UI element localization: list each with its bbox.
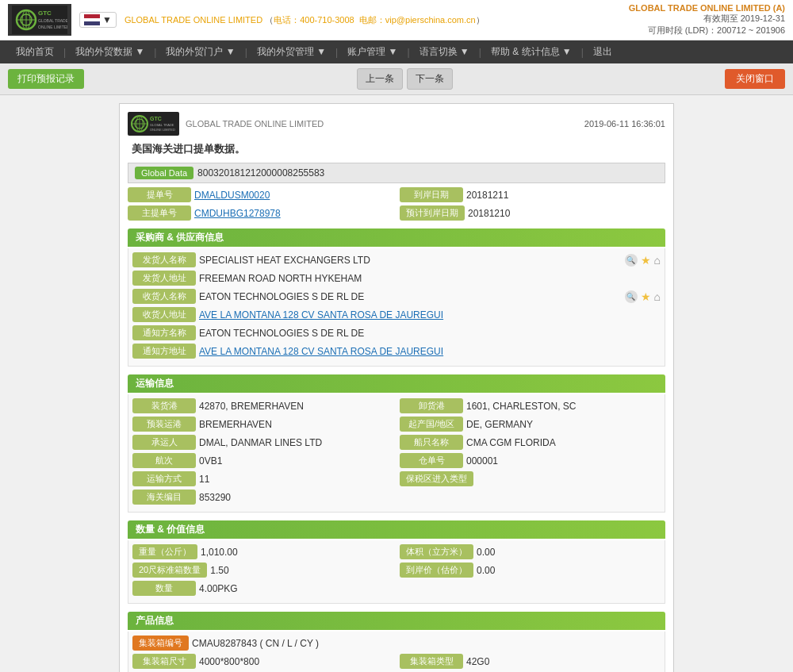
origin-value: DE, GERMANY [466,419,533,430]
weight-field: 重量（公斤） 1,010.00 [132,544,393,559]
card-logo-area: GTC GLOBAL TRADE ONLINE LIMITED GLOBAL T… [128,112,324,136]
voyage-label: 航次 [132,453,196,468]
vessel-field: 船只名称 CMA CGM FLORIDA [400,435,661,450]
arrival-date-value: 20181211 [466,190,508,201]
bill-no-field: 提单号 DMALDUSM0020 [128,187,393,202]
flag-dropdown-icon: ▼ [102,14,112,25]
global-data-section: Global Data 800320181212000008255583 提单号… [128,163,665,221]
top-prev-button[interactable]: 上一条 [357,68,403,90]
shipper-addr-value: FREEMAN ROAD NORTH HYKEHAM [199,273,661,284]
tariff-value: 853290 [199,492,231,503]
buyer-supplier-body: 发货人名称 SPECIALIST HEAT EXCHANGERS LTD 🔍 ★… [128,248,665,367]
nav-help[interactable]: 帮助 & 统计信息 ▼ [483,40,580,63]
qty-row: 数量 4.00PKG [132,581,661,596]
loading-port-field: 装货港 42870, BREMERHAVEN [132,398,393,413]
container-no-row: 集装箱编号 CMAU8287843 ( CN / L / CY ) [132,636,661,651]
bill-row: 提单号 DMALDUSM0020 到岸日期 20181211 [128,187,665,202]
svg-text:ONLINE LIMITED: ONLINE LIMITED [150,128,175,132]
user-validity: 有效期至 2019-12-31 [629,13,785,25]
top-close-button[interactable]: 关闭窗口 [725,69,785,89]
consignee-actions: 🔍 ★ ⌂ [625,290,661,303]
action-bar-center: 上一条 下一条 [357,68,453,90]
container-size-value: 4000*800*800 [199,656,259,667]
global-data-label: Global Data [135,167,193,179]
notify-addr-value[interactable]: AVE LA MONTANA 128 CV SANTA ROSA DE JAUR… [199,346,661,357]
notify-addr-row: 通知方地址 AVE LA MONTANA 128 CV SANTA ROSA D… [132,344,661,359]
warehouse-value: 000001 [466,455,498,467]
main-content: GTC GLOBAL TRADE ONLINE LIMITED GLOBAL T… [0,95,793,672]
shipper-addr-label: 发货人地址 [132,271,196,286]
voyage-warehouse-row: 航次 0VB1 仓单号 000001 [132,453,661,468]
nav-language[interactable]: 语言切换 ▼ [412,40,477,63]
shipper-home-icon[interactable]: ⌂ [654,254,661,267]
consignee-home-icon[interactable]: ⌂ [654,290,661,303]
est-arrival-field: 预计到岸日期 20181210 [400,205,665,221]
transport-mode-label: 运输方式 [132,471,196,486]
consignee-star-icon[interactable]: ★ [641,290,651,303]
top-next-button[interactable]: 下一条 [407,68,453,90]
bonded-field: 保税区进入类型 [400,471,661,486]
volume-value: 0.00 [477,547,495,558]
consignee-addr-row: 收货人地址 AVE LA MONTANA 128 CV SANTA ROSA D… [132,307,661,322]
top-header: GTC GLOBAL TRADE ONLINE LIMITED ▼ GLOBAL… [0,0,793,40]
transport-body: 装货港 42870, BREMERHAVEN 卸货港 1601, CHARLES… [128,394,665,513]
svg-text:ONLINE LIMITED: ONLINE LIMITED [38,25,67,29]
user-name: GLOBAL TRADE ONLINE LIMITED (A) [629,3,785,13]
container-size-label: 集装箱尺寸 [132,654,196,669]
page-title: 美国海关进口提单数据。 [128,142,665,156]
containers-field: 20尺标准箱数量 1.50 [132,563,393,578]
consignee-addr-value[interactable]: AVE LA MONTANA 128 CV SANTA ROSA DE JAUR… [199,309,661,321]
user-info: GLOBAL TRADE ONLINE LIMITED (A) 有效期至 201… [629,3,785,36]
shipper-name-value: SPECIALIST HEAT EXCHANGERS LTD [199,255,622,266]
loading-port-value: 42870, BREMERHAVEN [199,401,304,412]
container-no-value: CMAU8287843 ( CN / L / CY ) [192,638,319,649]
warehouse-field: 仓单号 000001 [400,453,661,468]
container-type-label: 集装箱类型 [400,654,463,669]
flag-icon [84,14,100,25]
card-subtitle: GLOBAL TRADE ONLINE LIMITED [186,119,324,129]
record-card: GTC GLOBAL TRADE ONLINE LIMITED GLOBAL T… [119,103,674,672]
consignee-name-label: 收货人名称 [132,289,196,304]
svg-text:GTC: GTC [150,116,162,121]
notify-name-label: 通知方名称 [132,325,196,340]
unit-price-label: 到岸价（估价） [400,563,473,578]
shipper-star-icon[interactable]: ★ [641,254,651,267]
language-selector[interactable]: ▼ [79,12,117,28]
card-header: GTC GLOBAL TRADE ONLINE LIMITED GLOBAL T… [128,112,665,136]
consignee-search-icon[interactable]: 🔍 [625,290,638,303]
nav-home[interactable]: 我的首页 [8,40,62,63]
nav-trade-mgmt[interactable]: 我的外贸管理 ▼ [249,40,334,63]
global-data-id: 800320181212000008255583 [197,167,324,179]
carrier-label: 承运人 [132,435,196,450]
container-size-type-row: 集装箱尺寸 4000*800*800 集装箱类型 42G0 [132,654,661,669]
buyer-supplier-section: 采购商 & 供应商信息 发货人名称 SPECIALIST HEAT EXCHAN… [128,228,665,367]
nav-trade-portal[interactable]: 我的外贸门户 ▼ [158,40,243,63]
nav-trade-data[interactable]: 我的外贸数据 ▼ [67,40,152,63]
carrier-field: 承运人 DMAL, DANMAR LINES LTD [132,435,393,450]
bill-no-value[interactable]: DMALDUSM0020 [194,190,270,201]
arrival-date-field: 到岸日期 20181211 [400,187,665,202]
qty-label: 数量 [132,581,196,596]
master-bill-field: 主提单号 CMDUHBG1278978 [128,205,393,221]
buyer-supplier-header: 采购商 & 供应商信息 [128,228,665,247]
nav-account[interactable]: 账户管理 ▼ [339,40,405,63]
shipper-addr-row: 发货人地址 FREEMAN ROAD NORTH HYKEHAM [132,271,661,286]
master-bill-row: 主提单号 CMDUHBG1278978 预计到岸日期 20181210 [128,205,665,221]
contact-info: GLOBAL TRADE ONLINE LIMITED （电话：400-710-… [125,14,485,26]
vessel-label: 船只名称 [400,435,463,450]
nav-logout[interactable]: 退出 [585,40,620,63]
containers-price-row: 20尺标准箱数量 1.50 到岸价（估价） 0.00 [132,563,661,578]
transport-mode-field: 运输方式 11 [132,471,393,486]
unit-price-field: 到岸价（估价） 0.00 [400,563,661,578]
notify-name-value: EATON TECHNOLOGIES S DE RL DE [199,328,661,339]
transport-bonded-row: 运输方式 11 保税区进入类型 [132,471,661,486]
containers-label: 20尺标准箱数量 [132,563,207,578]
arrival-date-label: 到岸日期 [400,187,463,202]
top-print-button[interactable]: 打印预报记录 [8,69,84,89]
master-bill-value[interactable]: CMDUHBG1278978 [194,208,281,219]
action-bar-right: 关闭窗口 [725,69,785,89]
voyage-field: 航次 0VB1 [132,453,393,468]
unloading-port-label: 卸货港 [400,398,463,413]
shipper-search-icon[interactable]: 🔍 [625,254,638,267]
est-arrival-label: 预计到岸日期 [400,205,465,221]
